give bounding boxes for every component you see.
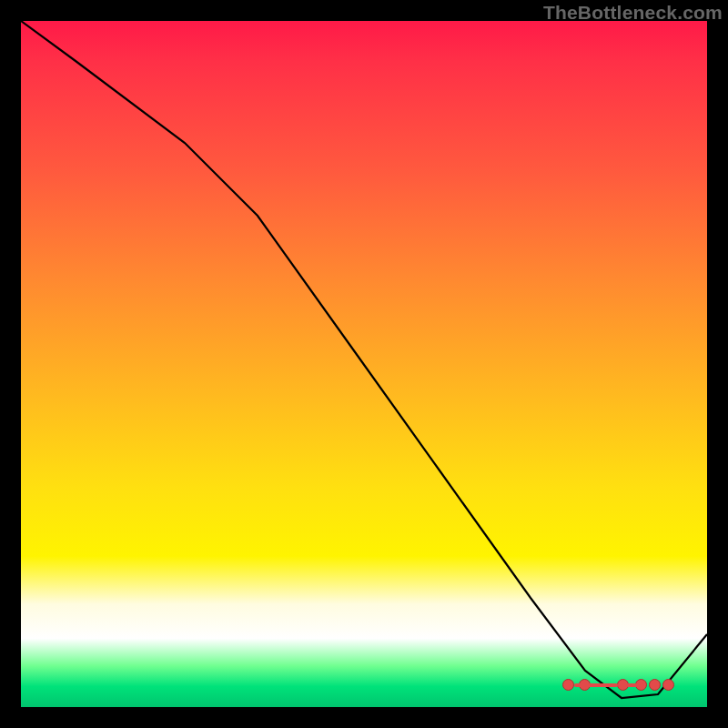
watermark-label: TheBottleneck.com (543, 2, 723, 24)
optimal-marker (649, 679, 661, 691)
chart-area (21, 21, 707, 707)
optimal-marker (562, 679, 574, 691)
optimal-dash (626, 683, 644, 687)
optimal-markers (21, 669, 707, 696)
optimal-marker (662, 679, 674, 691)
optimal-dash (574, 683, 618, 687)
bottleneck-curve (21, 21, 707, 707)
